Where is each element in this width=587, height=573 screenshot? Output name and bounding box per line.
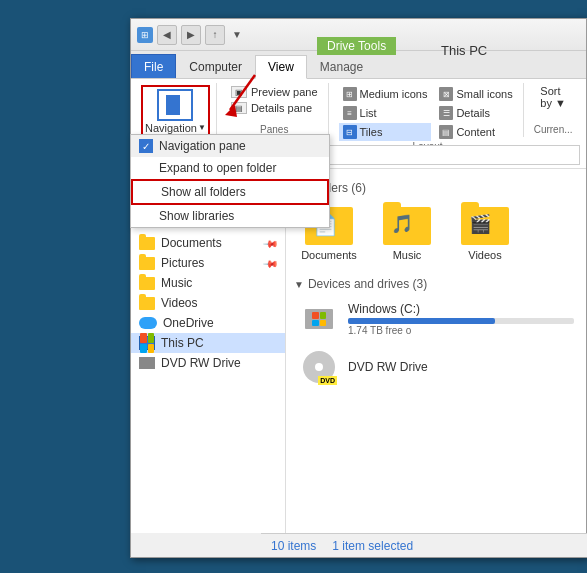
drive-item-c[interactable]: Windows (C:) 1.74 TB free o bbox=[294, 297, 578, 341]
tab-file[interactable]: File bbox=[131, 54, 176, 78]
win-q4-drive bbox=[320, 320, 327, 327]
sidebar-item-music[interactable]: Music bbox=[131, 273, 285, 293]
win-q3-drive bbox=[312, 320, 319, 327]
nav-pane-icon-inner bbox=[166, 95, 180, 115]
folder-item-music[interactable]: Music bbox=[372, 203, 442, 265]
sidebar-item-thispc[interactable]: This PC bbox=[131, 333, 285, 353]
dropdown-show-all-label: Show all folders bbox=[161, 185, 246, 199]
folder-big-music bbox=[383, 207, 431, 245]
win-q2 bbox=[148, 333, 155, 343]
sidebar-label-onedrive: OneDrive bbox=[163, 316, 214, 330]
up-button[interactable]: ↑ bbox=[205, 25, 225, 45]
devices-section-label: Devices and drives (3) bbox=[308, 277, 427, 291]
dropdown-expand-label: Expand to open folder bbox=[159, 161, 276, 175]
dvd-disc: DVD bbox=[303, 351, 335, 383]
title-bar-left: ⊞ ◀ ▶ ↑ ▼ bbox=[137, 25, 245, 45]
folder-icon-pictures bbox=[139, 257, 155, 270]
right-panel: ▼ Folders (6) Documents Music Videos bbox=[286, 169, 586, 533]
back-button[interactable]: ◀ bbox=[157, 25, 177, 45]
nav-pane-icon bbox=[157, 89, 193, 121]
dvd-label: DVD bbox=[318, 376, 337, 385]
dvd-drive-icon: DVD bbox=[298, 349, 340, 385]
details-button[interactable]: ☰ Details bbox=[435, 104, 516, 122]
list-icon: ≡ bbox=[343, 106, 357, 120]
content-label: Content bbox=[456, 126, 495, 138]
dropdown-show-libraries[interactable]: Show libraries bbox=[131, 205, 329, 227]
window-icon: ⊞ bbox=[137, 27, 153, 43]
folder-item-videos[interactable]: Videos bbox=[450, 203, 520, 265]
win-q1 bbox=[140, 333, 147, 343]
dropdown-nav-pane-label: Navigation pane bbox=[159, 139, 246, 153]
sidebar-label-network: DVD RW Drive bbox=[161, 356, 241, 370]
win-logo-drive bbox=[312, 312, 326, 326]
page-title: This PC bbox=[441, 43, 487, 58]
ribbon-group-panes: Navigation ▼ pane bbox=[135, 83, 217, 137]
folder-big-videos bbox=[461, 207, 509, 245]
red-arrow-svg bbox=[215, 70, 265, 125]
win-q1-drive bbox=[312, 312, 319, 319]
tiles-label: Tiles bbox=[360, 126, 383, 138]
sidebar-item-videos[interactable]: Videos bbox=[131, 293, 285, 313]
sidebar-label-videos: Videos bbox=[161, 296, 197, 310]
folder-icon-music bbox=[139, 277, 155, 290]
medium-icons-button[interactable]: ⊞ Medium icons bbox=[339, 85, 432, 103]
devices-section-header: ▼ Devices and drives (3) bbox=[294, 277, 578, 291]
drive-dvd-name: DVD RW Drive bbox=[348, 360, 574, 374]
forward-button[interactable]: ▶ bbox=[181, 25, 201, 45]
list-label: List bbox=[360, 107, 377, 119]
drive-tools-badge: Drive Tools bbox=[317, 37, 396, 55]
sidebar-label-pictures: Pictures bbox=[161, 256, 204, 270]
folder-label-music: Music bbox=[393, 249, 422, 261]
win-logo bbox=[140, 333, 154, 353]
current-group-label: Curren... bbox=[534, 124, 573, 135]
folders-section-header: ▼ Folders (6) bbox=[294, 181, 578, 195]
win-q4 bbox=[148, 344, 155, 354]
medium-icons-icon: ⊞ bbox=[343, 87, 357, 101]
dropdown-show-all-folders[interactable]: Show all folders bbox=[131, 179, 329, 205]
nav-pane-arrow: ▼ bbox=[198, 123, 206, 132]
windows-drive-icon bbox=[298, 301, 340, 337]
dropdown-show-libraries-label: Show libraries bbox=[159, 209, 234, 223]
folder-icon-videos bbox=[139, 297, 155, 310]
thispc-icon bbox=[139, 336, 155, 350]
details-label: Details bbox=[456, 107, 490, 119]
dropdown-expand-folder[interactable]: Expand to open folder bbox=[131, 157, 329, 179]
sidebar-label-documents: Documents bbox=[161, 236, 222, 250]
dropdown-nav-pane[interactable]: ✓ Navigation pane bbox=[131, 135, 329, 157]
drive-c-bar-wrap bbox=[348, 318, 574, 324]
sidebar-item-network[interactable]: DVD RW Drive bbox=[131, 353, 285, 373]
tiles-icon: ⊟ bbox=[343, 125, 357, 139]
sidebar-item-pictures[interactable]: Pictures 📌 bbox=[131, 253, 285, 273]
folder-label-documents: Documents bbox=[301, 249, 357, 261]
content-button[interactable]: ▤ Content bbox=[435, 123, 516, 141]
ribbon-group-sort: Sortby ▼ Curren... bbox=[528, 83, 579, 137]
sidebar-item-documents[interactable]: Documents 📌 bbox=[131, 233, 285, 253]
quick-access-button[interactable]: ▼ bbox=[229, 27, 245, 43]
checkmark-icon: ✓ bbox=[139, 139, 153, 153]
devices-chevron: ▼ bbox=[294, 279, 304, 290]
sort-by-button[interactable]: Sortby ▼ bbox=[540, 85, 566, 109]
list-button[interactable]: ≡ List bbox=[339, 104, 432, 122]
small-icons-icon: ⊠ bbox=[439, 87, 453, 101]
ribbon-tabs: File Computer View Manage bbox=[131, 51, 586, 79]
details-layout-icon: ☰ bbox=[439, 106, 453, 120]
sidebar-item-onedrive[interactable]: OneDrive bbox=[131, 313, 285, 333]
folder-label-videos: Videos bbox=[468, 249, 501, 261]
drive-dvd-info: DVD RW Drive bbox=[348, 360, 574, 374]
content-icon: ▤ bbox=[439, 125, 453, 139]
drive-item-dvd[interactable]: DVD DVD RW Drive bbox=[294, 345, 578, 389]
ribbon-content: Navigation ▼ pane ▣ Preview pane ▤ Detai… bbox=[131, 79, 586, 141]
tab-manage[interactable]: Manage bbox=[307, 54, 376, 78]
items-count: 10 items bbox=[271, 539, 316, 553]
win-q2-drive bbox=[320, 312, 327, 319]
small-icons-button[interactable]: ⊠ Small icons bbox=[435, 85, 516, 103]
folder-icon-documents bbox=[139, 237, 155, 250]
status-bar: 10 items 1 item selected bbox=[261, 533, 587, 557]
small-icons-label: Small icons bbox=[456, 88, 512, 100]
selected-label: 1 item selected bbox=[332, 539, 413, 553]
nav-pane-dropdown: ✓ Navigation pane Expand to open folder … bbox=[130, 134, 330, 228]
drive-c-bar-fill bbox=[348, 318, 495, 324]
hdd-body bbox=[305, 309, 333, 329]
sidebar-label-music: Music bbox=[161, 276, 192, 290]
tiles-button[interactable]: ⊟ Tiles bbox=[339, 123, 432, 141]
